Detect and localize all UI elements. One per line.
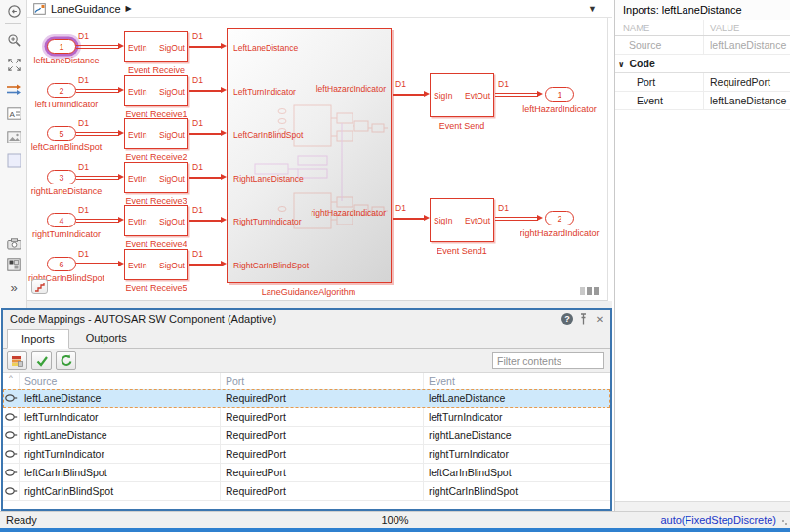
validate-mappings-button[interactable] [31,351,52,370]
status-solver[interactable]: auto(FixedStepDiscrete) [660,514,776,526]
resize-grip[interactable] [782,520,788,526]
column-header-source[interactable]: Source [20,373,221,389]
event-wire [76,222,119,223]
table-row[interactable]: leftLaneDistanceRequiredPortleftLaneDist… [3,389,610,408]
refresh-button[interactable] [56,351,76,370]
cell-source: leftCarInBlindSpot [20,464,221,481]
event-wire [495,220,538,221]
pin-icon[interactable] [576,312,590,326]
close-icon[interactable]: ✕ [593,312,606,326]
inspector-property-value[interactable]: leftLaneDistance [703,36,790,54]
outport-label: rightHazardIndicator [496,228,608,238]
table-row[interactable]: leftCarInBlindSpotRequiredPortleftCarInB… [3,464,610,482]
inport-block[interactable]: 4 [47,213,76,227]
sample-time-legend-button[interactable] [31,279,48,294]
event-wire [76,266,119,266]
algorithm-block-name: LaneGuidanceAlgorithm [240,287,377,297]
lane-guidance-algorithm-block[interactable]: LeftLaneDistanceLeftTurnIndicatorLeftCar… [227,28,392,283]
table-row[interactable]: leftTurnIndicatorRequiredPortleftTurnInd… [3,408,610,427]
inport-block[interactable]: 6 [47,257,76,271]
block-port-in-label: EvtIn [128,174,146,184]
inspector-property-value[interactable]: leftLaneDistance [703,92,790,109]
inport-block[interactable]: 5 [47,126,76,141]
inport-label: leftCarInBlindSpot [27,143,125,152]
column-header-port[interactable]: Port [221,373,424,389]
block-port-out-label: SigOut [159,87,185,97]
block-diagram-canvas[interactable]: 1leftLaneDistanceD1EvtInSigOutEvent Rece… [27,18,608,301]
table-row[interactable]: rightLaneDistanceRequiredPortrightLaneDi… [3,427,610,445]
signal-wire [189,46,222,48]
cell-event: rightTurnIndicator [424,445,610,463]
inspector-section-row[interactable]: ∨Code [615,55,790,73]
cell-event: leftCarInBlindSpot [424,464,610,481]
signal-wire [189,90,222,92]
inport-label: leftTurnIndicator [27,100,125,109]
subsystem-icon[interactable] [4,256,23,273]
block-port-out-label: EvtOut [465,91,490,101]
signal-label: D1 [78,75,89,85]
canvas-resize-grip[interactable] [580,287,599,295]
column-header-event[interactable]: Event [424,373,610,389]
inspector-header-row: NAME VALUE [615,20,790,36]
help-icon[interactable]: ? [561,313,573,325]
code-mappings-title: Code Mappings - AUTOSAR SW Component (Ad… [10,313,559,325]
back-icon[interactable] [4,2,23,20]
fit-to-view-icon[interactable] [4,56,23,73]
block-port-in-label: EvtIn [128,261,146,270]
inport-icon [3,445,20,463]
breadcrumb-forward-icon[interactable]: ▶ [126,4,132,13]
inspector-property-row[interactable]: SourceleftLaneDistance [615,36,790,55]
collapse-column-icon[interactable]: ^ [9,374,13,382]
event-receive-block[interactable]: EvtInSigOut [124,249,188,280]
inspector-property-value[interactable]: RequiredPort [703,73,790,91]
zoom-in-icon[interactable] [4,31,23,49]
signal-arrows-icon[interactable] [4,80,23,98]
expand-toolbar-icon[interactable]: » [4,278,23,296]
cell-source: rightTurnIndicator [20,445,221,463]
tab-inports[interactable]: Inports [7,329,69,349]
staircase-icon [34,282,45,292]
cell-source: leftTurnIndicator [20,408,221,426]
annotation-icon[interactable]: A [4,104,23,122]
code-perspective-button[interactable] [7,351,27,370]
event-wire [76,176,119,177]
outport-label: leftHazardIndicator [496,104,608,114]
tab-outports[interactable]: Outports [71,328,142,348]
event-receive-block[interactable]: EvtInSigOut [124,118,188,149]
algorithm-output-label: rightHazardIndicator [311,208,386,218]
inport-block[interactable]: 1 [47,39,76,54]
area-select-icon[interactable] [4,151,23,169]
image-icon[interactable] [4,128,23,145]
outport-block[interactable]: 1 [545,87,574,102]
event-receive-block-name: Event Receive2 [107,152,205,162]
inport-block[interactable]: 3 [47,170,76,184]
chevron-down-icon[interactable]: ▼ [588,4,597,14]
camera-icon[interactable] [4,235,23,253]
event-receive-block[interactable]: EvtInSigOut [124,75,188,106]
inspector-property-row[interactable]: PortRequiredPort [615,73,790,92]
code-mappings-panel: Code Mappings - AUTOSAR SW Component (Ad… [1,308,612,511]
table-row[interactable]: rightTurnIndicatorRequiredPortrightTurnI… [3,445,610,464]
filter-contents-input[interactable] [492,352,604,369]
block-port-out-label: SigOut [159,43,185,53]
signal-wire [189,220,222,222]
event-send-block[interactable]: SigInEvtOut [430,73,494,117]
signal-wire [393,94,425,96]
code-mappings-tabs: InportsOutports [3,328,610,349]
event-receive-block[interactable]: EvtInSigOut [124,205,188,236]
event-send-block[interactable]: SigInEvtOut [430,198,494,242]
signal-label: D1 [78,31,89,41]
signal-label: D1 [192,118,203,128]
event-receive-block[interactable]: EvtInSigOut [124,31,188,62]
event-receive-block[interactable]: EvtInSigOut [124,162,188,193]
table-row[interactable]: rightCarInBlindSpotRequiredPortrightCarI… [3,482,610,501]
inspector-property-row[interactable]: EventleftLaneDistance [615,92,790,110]
breadcrumb-model-name[interactable]: LaneGuidance [51,3,121,15]
chevron-down-icon[interactable]: ∨ [618,61,625,69]
inspector-scrollbar[interactable] [615,501,790,511]
inspector-section-name: ∨Code [615,55,655,72]
inport-block[interactable]: 2 [47,83,76,98]
signal-label: D1 [498,203,509,213]
outport-block[interactable]: 2 [545,211,574,225]
inspector-property-name: Source [615,36,703,54]
